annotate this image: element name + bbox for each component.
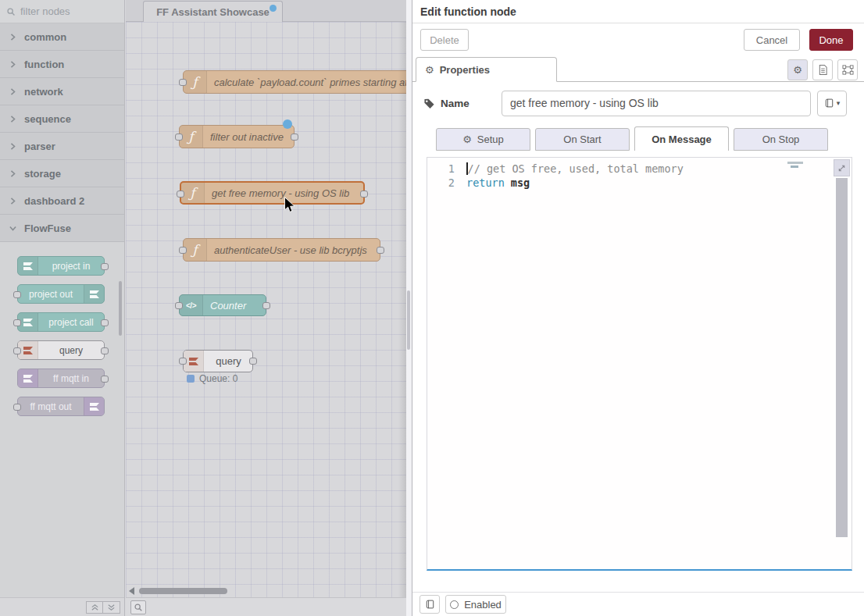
code-identifier: msg — [511, 176, 530, 190]
node-port[interactable] — [13, 319, 21, 326]
node-port[interactable] — [179, 247, 187, 254]
enabled-toggle[interactable]: Enabled — [445, 595, 506, 614]
description-icon — [818, 64, 828, 76]
node-counter[interactable]: </> Counter — [179, 294, 266, 316]
palette-node-query[interactable]: query — [17, 340, 105, 360]
delete-button[interactable]: Delete — [420, 29, 469, 51]
node-port[interactable] — [175, 302, 183, 309]
editor-expand-button[interactable] — [834, 159, 850, 176]
tray-title: Edit function node — [420, 5, 516, 18]
code-comment: // get OS free, used, total memory — [468, 162, 684, 176]
code-keyword: return — [466, 176, 505, 190]
edit-properties-button[interactable]: ⚙ — [787, 59, 808, 80]
palette-node-label: project in — [38, 261, 104, 272]
flow-canvas[interactable]: ƒ calculate `payload.count` primes start… — [126, 22, 406, 597]
collapse-all-button[interactable] — [86, 601, 103, 614]
search-icon — [6, 7, 16, 16]
node-authenticate-user[interactable]: ƒ authenticateUser - use lib bcryptjs — [183, 238, 380, 262]
node-red-editor: common function network sequence parser … — [0, 0, 864, 616]
node-port[interactable] — [177, 190, 184, 198]
node-port[interactable] — [377, 247, 384, 254]
node-get-free-memory[interactable]: ƒ get free memory - using OS lib — [180, 181, 365, 205]
palette-category-label: FlowFuse — [24, 223, 71, 234]
flowfuse-icon — [84, 285, 104, 303]
node-port[interactable] — [175, 134, 183, 141]
cancel-button[interactable]: Cancel — [744, 29, 800, 51]
tab-on-stop[interactable]: On Stop — [734, 128, 828, 151]
palette-node-ff-mqtt-out[interactable]: ff mqtt out — [17, 397, 105, 416]
editor-scrollbar[interactable] — [836, 178, 848, 537]
node-port[interactable] — [101, 347, 109, 354]
node-calculate-primes[interactable]: ƒ calculate `payload.count` primes start… — [183, 70, 406, 94]
scrollbar-thumb[interactable] — [139, 588, 227, 594]
flow-tab[interactable]: FF Assistant Showcase — [143, 1, 283, 22]
palette-search-input[interactable] — [20, 5, 110, 17]
palette-category-parser[interactable]: parser — [0, 133, 124, 160]
palette-node-ff-mqtt-in[interactable]: ff mqtt in — [17, 369, 105, 388]
palette-category-sequence[interactable]: sequence — [0, 105, 124, 133]
palette-category-function[interactable]: function — [0, 51, 124, 78]
palette-node-project-call[interactable]: project call — [17, 312, 105, 332]
palette-category-dashboard2[interactable]: dashboard 2 — [0, 187, 124, 215]
tab-on-start[interactable]: On Start — [535, 128, 630, 151]
library-footer-button[interactable] — [420, 595, 440, 614]
node-port[interactable] — [101, 319, 109, 326]
expand-all-button[interactable] — [103, 601, 120, 614]
tray-footer: Enabled — [412, 592, 864, 616]
flowfuse-icon — [18, 257, 38, 275]
node-port[interactable] — [291, 134, 298, 141]
node-port[interactable] — [179, 358, 187, 365]
palette-category-label: parser — [24, 141, 55, 152]
code-editor[interactable]: 1 // get OS free, used, total memory 2 r… — [427, 157, 852, 571]
book-icon — [824, 98, 834, 109]
palette-flowfuse-nodes: project in project out project call que — [0, 242, 124, 426]
scroll-left-arrow[interactable] — [129, 587, 134, 595]
node-port[interactable] — [249, 358, 257, 365]
palette-category-label: dashboard 2 — [24, 195, 84, 207]
done-button[interactable]: Done — [809, 29, 853, 51]
palette-category-label: function — [24, 59, 64, 70]
node-port[interactable] — [360, 190, 368, 198]
node-query[interactable]: query — [183, 350, 253, 372]
palette-category-network[interactable]: network — [0, 78, 124, 105]
palette-search[interactable] — [0, 0, 124, 23]
tab-label: On Start — [563, 134, 601, 145]
node-port[interactable] — [101, 376, 109, 383]
palette-node-project-out[interactable]: project out — [17, 284, 105, 304]
search-flows-button[interactable] — [130, 600, 146, 614]
node-port[interactable] — [179, 79, 187, 86]
flowfuse-icon — [84, 397, 104, 415]
palette-category-common[interactable]: common — [0, 23, 124, 51]
node-port[interactable] — [13, 347, 21, 354]
gear-icon: ⚙ — [462, 134, 472, 144]
gear-icon: ⚙ — [793, 65, 802, 75]
palette-category-flowfuse[interactable]: FlowFuse — [0, 215, 124, 242]
node-filter-out-inactive[interactable]: ƒ filter out inactive — [179, 125, 295, 148]
node-port[interactable] — [13, 404, 21, 411]
tab-setup[interactable]: ⚙ Setup — [436, 128, 530, 151]
node-port[interactable] — [13, 291, 21, 298]
mouse-cursor — [284, 197, 296, 214]
node-appearance-button[interactable] — [837, 59, 858, 80]
editor-minimap — [787, 162, 820, 169]
palette-scrollbar[interactable] — [119, 281, 122, 336]
tray-tabs: ⚙ Properties ⚙ — [412, 56, 864, 82]
node-port[interactable] — [101, 263, 109, 270]
canvas-horizontal-scrollbar[interactable] — [126, 587, 406, 595]
edit-description-button[interactable] — [812, 59, 833, 80]
gear-icon: ⚙ — [425, 65, 434, 75]
canvas-vertical-scrollbar[interactable] — [406, 0, 412, 616]
library-button[interactable]: ▾ — [817, 91, 847, 116]
tag-icon — [423, 98, 435, 109]
tab-properties[interactable]: ⚙ Properties — [416, 57, 557, 82]
tab-on-message[interactable]: On Message — [634, 126, 729, 151]
tray-tab-icons: ⚙ — [787, 59, 858, 80]
palette-node-project-in[interactable]: project in — [17, 256, 105, 276]
chevron-right-icon — [9, 170, 16, 177]
scrollbar-thumb[interactable] — [407, 290, 410, 350]
node-port[interactable] — [262, 302, 270, 309]
name-input[interactable] — [502, 91, 811, 116]
palette-category-storage[interactable]: storage — [0, 160, 124, 187]
modified-dot — [270, 5, 277, 12]
node-label: query — [204, 355, 252, 367]
